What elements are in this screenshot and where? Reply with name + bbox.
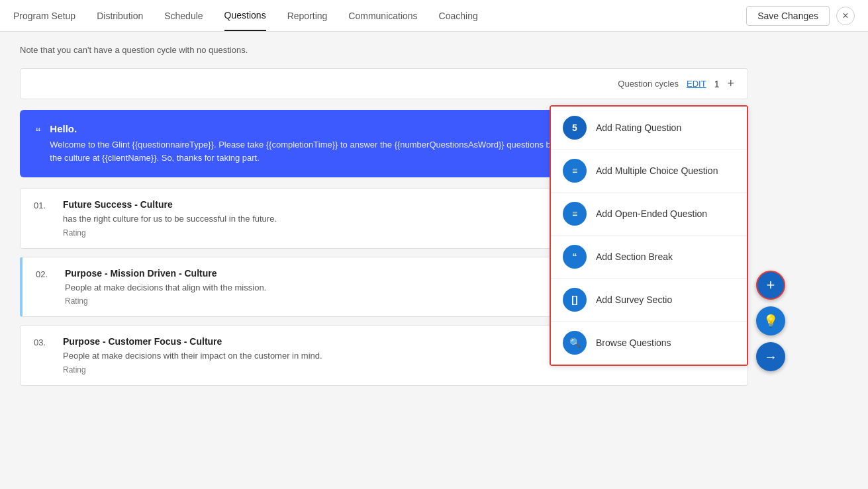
sidebar-wrapper: 5Add Rating Question≡Add Multiple Choice…: [550, 105, 748, 366]
sidebar-item-section[interactable]: “Add Section Break: [551, 236, 747, 279]
section-icon: “: [563, 245, 587, 269]
add-question-panel: 5Add Rating Question≡Add Multiple Choice…: [550, 105, 748, 366]
question-number: 02.: [36, 268, 54, 279]
open-icon: ≡: [563, 202, 587, 226]
sidebar-items: 5Add Rating Question≡Add Multiple Choice…: [551, 107, 747, 365]
sidebar-item-label: Browse Questions: [596, 337, 671, 348]
cycles-bar: Question cycles EDIT 1 +: [20, 68, 748, 99]
cycles-edit-button[interactable]: EDIT: [687, 79, 706, 89]
nav-item-questions[interactable]: Questions: [224, 1, 266, 31]
nav-item-communications[interactable]: Communications: [348, 1, 417, 30]
sidebar-item-browse[interactable]: 🔍Browse Questions: [551, 322, 747, 365]
question-number: 01.: [34, 199, 52, 210]
sidebar-item-label: Add Survey Sectio: [596, 294, 672, 305]
sidebar-item-rating[interactable]: 5Add Rating Question: [551, 107, 747, 150]
fab-area: + 💡 →: [756, 271, 785, 371]
hint-fab[interactable]: 💡: [756, 306, 785, 335]
header: Program SetupDistributionScheduleQuestio…: [0, 0, 868, 32]
nav-item-schedule[interactable]: Schedule: [164, 1, 203, 30]
survey-icon: []: [563, 288, 587, 312]
sidebar-item-survey[interactable]: []Add Survey Sectio: [551, 279, 747, 322]
nav-item-distribution[interactable]: Distribution: [97, 1, 143, 30]
browse-icon: 🔍: [563, 331, 587, 355]
question-number: 03.: [34, 336, 52, 347]
save-button[interactable]: Save Changes: [746, 6, 830, 26]
note-text: Note that you can't have a question cycl…: [20, 45, 848, 55]
sidebar-item-label: Add Rating Question: [596, 122, 681, 133]
sidebar-item-label: Add Multiple Choice Question: [596, 165, 718, 176]
next-fab[interactable]: →: [756, 342, 785, 371]
nav-item-reporting[interactable]: Reporting: [287, 1, 328, 30]
sidebar-item-multiple[interactable]: ≡Add Multiple Choice Question: [551, 150, 747, 193]
quote-icon: “: [36, 124, 40, 142]
nav-item-program-setup[interactable]: Program Setup: [13, 1, 75, 30]
main-content: Note that you can't have a question cycl…: [0, 32, 868, 407]
cycles-count: 1: [714, 79, 720, 89]
sidebar-item-label: Add Section Break: [596, 251, 673, 262]
cycles-label: Question cycles: [618, 79, 679, 89]
nav-item-coaching[interactable]: Coaching: [439, 1, 478, 30]
content-area: Question cycles EDIT 1 + “ Hello. Welcom…: [20, 68, 748, 386]
cycles-add-button[interactable]: +: [727, 77, 734, 91]
sidebar-item-open[interactable]: ≡Add Open-Ended Question: [551, 193, 747, 236]
close-button[interactable]: ×: [836, 7, 855, 25]
nav-bar: Program SetupDistributionScheduleQuestio…: [13, 1, 746, 31]
header-actions: Save Changes ×: [746, 6, 855, 26]
sidebar-item-label: Add Open-Ended Question: [596, 208, 707, 219]
rating-icon: 5: [563, 116, 587, 140]
multiple-icon: ≡: [563, 159, 587, 183]
add-fab[interactable]: +: [756, 271, 785, 300]
question-type: Rating: [63, 365, 689, 375]
